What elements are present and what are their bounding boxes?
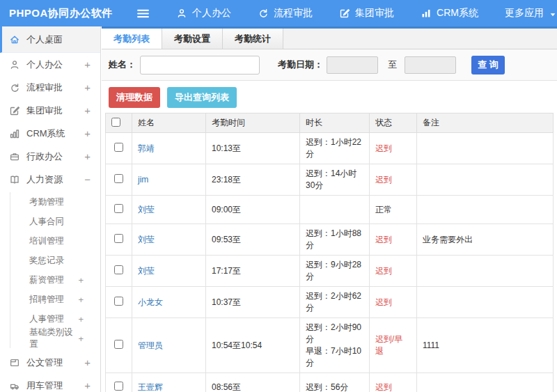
nav-label: 个人办公 <box>192 7 231 19</box>
export-list-button[interactable]: 导出查询列表 <box>167 87 237 108</box>
row-checkbox-cell <box>106 164 132 196</box>
row-checkbox-cell <box>106 196 132 224</box>
sidebar: 个人桌面 个人办公 + 流程审批 + 集团审批 + CRM系统 + 行政办公 +… <box>0 26 101 392</box>
sidebar-subitem-salary-mgmt[interactable]: 薪资管理 + <box>10 270 100 290</box>
row-checkbox[interactable] <box>114 143 123 152</box>
select-all-checkbox[interactable] <box>111 118 120 127</box>
duration-line: 迟到：56分 <box>306 382 363 392</box>
sidebar-item-label: 个人办公 <box>26 58 63 71</box>
duration-cell: 迟到：2小时62分 <box>300 287 370 318</box>
to-label: 至 <box>388 58 397 71</box>
name-input[interactable] <box>140 56 260 75</box>
status-text: 迟到 <box>375 143 392 153</box>
expand-plus-icon[interactable]: + <box>84 58 92 70</box>
expand-plus-icon[interactable]: + <box>78 334 84 344</box>
expand-plus-icon[interactable]: + <box>78 314 84 324</box>
row-checkbox[interactable] <box>114 174 123 183</box>
sidebar-item-group-approval[interactable]: 集团审批 + <box>0 99 100 122</box>
expand-plus-icon[interactable]: + <box>84 379 92 391</box>
tab-attendance-statistics[interactable]: 考勤统计 <box>223 29 283 49</box>
status-cell: 迟到 <box>370 164 417 196</box>
caret-down-icon <box>549 9 557 17</box>
row-checkbox[interactable] <box>114 297 123 306</box>
duration-cell: 迟到：9小时28分 <box>300 256 370 287</box>
sidebar-item-personal-office[interactable]: 个人办公 + <box>0 53 100 76</box>
sidebar-item-crm-system[interactable]: CRM系统 + <box>0 122 100 145</box>
column-header-duration: 时长 <box>300 113 370 133</box>
date-to-input[interactable] <box>405 56 456 74</box>
expand-plus-icon[interactable]: + <box>78 295 84 305</box>
table-header-row: 姓名 考勤时间 时长 状态 备注 <box>106 113 554 133</box>
sidebar-item-admin-office[interactable]: 行政办公 + <box>0 145 100 168</box>
edit-icon <box>9 105 20 116</box>
hamburger-menu-icon[interactable] <box>136 8 151 19</box>
status-text: 正常 <box>375 205 392 214</box>
attendance-time-cell: 17:17至 <box>206 256 300 287</box>
sidebar-subitem-hr-contract[interactable]: 人事合同 <box>10 212 100 231</box>
employee-name-link[interactable]: 小龙女 <box>138 297 163 307</box>
sidebar-subitem-base-category-settings[interactable]: 基础类别设置 + <box>10 329 100 348</box>
row-checkbox[interactable] <box>114 265 123 274</box>
duration-line: 迟到：1小时22分 <box>306 136 363 160</box>
nav-personal-office[interactable]: 个人办公 <box>176 7 231 19</box>
row-checkbox[interactable] <box>114 234 123 243</box>
employee-name-link[interactable]: 郭靖 <box>138 143 155 153</box>
expand-plus-icon[interactable]: + <box>84 104 92 116</box>
expand-plus-icon[interactable]: + <box>78 275 84 285</box>
nav-crm-system[interactable]: CRM系统 <box>421 7 478 19</box>
status-text: 迟到 <box>375 175 392 185</box>
sidebar-subitem-label: 考勤管理 <box>29 196 64 208</box>
toolbar: 清理数据 导出查询列表 <box>102 81 557 113</box>
clean-data-button[interactable]: 清理数据 <box>109 87 160 108</box>
nav-label: CRM系统 <box>437 7 478 19</box>
sidebar-item-label: 集团审批 <box>26 104 63 117</box>
expand-plus-icon[interactable]: + <box>84 81 92 93</box>
row-checkbox[interactable] <box>114 204 123 213</box>
sidebar-item-document-mgmt[interactable]: 公文管理 + <box>0 351 100 374</box>
nav-group-approval[interactable]: 集团审批 <box>339 7 394 19</box>
tab-attendance-list[interactable]: 考勤列表 <box>102 29 162 49</box>
duration-line: 迟到：2小时90分 <box>306 322 363 345</box>
attendance-time-cell: 09:00至 <box>206 196 300 224</box>
status-text: 迟到 <box>375 297 392 307</box>
employee-name-link[interactable]: 刘莹 <box>138 235 155 244</box>
nav-workflow-approval[interactable]: 流程审批 <box>258 7 313 19</box>
duration-cell: 迟到：1小时88分 <box>300 224 370 256</box>
note-cell <box>417 196 554 224</box>
column-header-note: 备注 <box>417 113 554 133</box>
attendance-time-cell: 10:54至10:54 <box>206 318 300 373</box>
sidebar-item-vehicle-mgmt[interactable]: 用车管理 + <box>0 374 100 392</box>
sidebar-item-workflow-approval[interactable]: 流程审批 + <box>0 76 100 99</box>
sidebar-item-human-resources[interactable]: 人力资源 − <box>0 168 100 191</box>
sidebar-subitem-attendance-mgmt[interactable]: 考勤管理 <box>10 192 100 212</box>
duration-line: 迟到：14小时30分 <box>306 168 363 191</box>
employee-name-link[interactable]: 王壹辉 <box>138 382 163 392</box>
employee-name-link[interactable]: 刘莹 <box>138 266 155 276</box>
collapse-minus-icon[interactable]: − <box>84 173 92 185</box>
sidebar-item-label: 流程审批 <box>26 81 63 94</box>
sidebar-subitem-personnel-mgmt[interactable]: 人事管理 + <box>10 309 100 329</box>
sidebar-item-personal-desktop[interactable]: 个人桌面 <box>0 26 100 53</box>
tab-attendance-settings[interactable]: 考勤设置 <box>162 29 223 49</box>
expand-plus-icon[interactable]: + <box>84 150 92 162</box>
nav-more-apps[interactable]: 更多应用 <box>505 7 557 19</box>
sidebar-subitem-training-mgmt[interactable]: 培训管理 <box>10 231 100 251</box>
sidebar-subitem-reward-punishment[interactable]: 奖惩记录 <box>10 251 100 270</box>
row-checkbox-cell <box>106 287 132 318</box>
nav-label: 更多应用 <box>505 7 544 19</box>
row-checkbox[interactable] <box>114 340 123 349</box>
expand-plus-icon[interactable]: + <box>84 356 92 368</box>
employee-name-link[interactable]: 管理员 <box>138 340 163 350</box>
date-from-input[interactable] <box>327 56 378 74</box>
attendance-table: 姓名 考勤时间 时长 状态 备注 郭靖 10:13至 迟到：1小时22分 迟到 … <box>105 113 554 392</box>
query-button[interactable]: 查 询 <box>471 56 505 75</box>
employee-name-link[interactable]: 刘莹 <box>138 205 155 214</box>
sidebar-item-label: 人力资源 <box>26 173 63 186</box>
name-cell: 郭靖 <box>132 133 206 164</box>
employee-name-link[interactable]: jim <box>138 175 148 185</box>
status-text: 迟到 <box>375 382 392 392</box>
status-cell: 迟到 <box>370 287 417 318</box>
expand-plus-icon[interactable]: + <box>84 127 92 139</box>
sidebar-subitem-recruit-mgmt[interactable]: 招聘管理 + <box>10 290 100 309</box>
row-checkbox[interactable] <box>114 382 123 391</box>
